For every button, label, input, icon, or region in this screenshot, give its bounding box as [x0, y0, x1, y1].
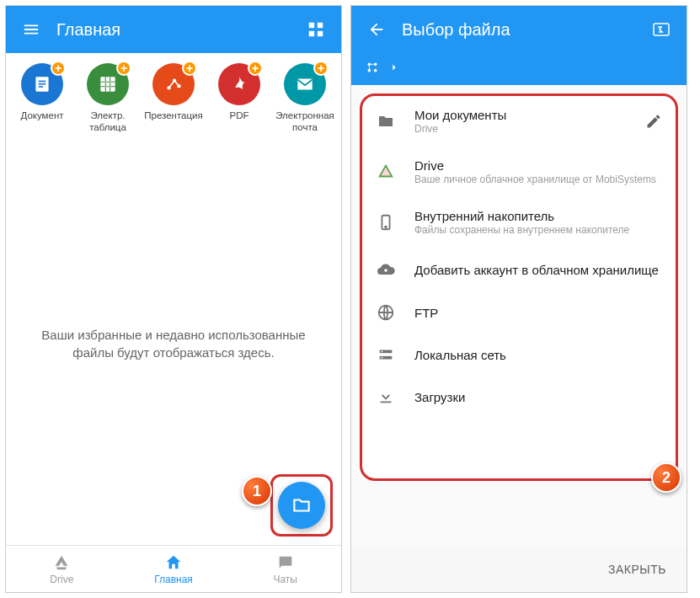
view-toggle-icon[interactable]: [299, 13, 333, 46]
storage-list: Мои документы Drive Drive Ваше личное об…: [360, 93, 678, 481]
svg-point-25: [382, 357, 383, 359]
svg-rect-0: [309, 23, 314, 28]
shortcuts-row: + Документ + Электр. таблица + Презентац…: [6, 53, 341, 142]
edit-icon[interactable]: [645, 113, 662, 130]
plus-badge-icon: +: [248, 61, 263, 76]
app-logo-icon[interactable]: [644, 13, 678, 46]
storage-lan[interactable]: Локальная сеть: [362, 334, 676, 376]
plus-badge-icon: +: [116, 61, 131, 76]
storage-title: Добавить аккаунт в облачном хранилище: [414, 263, 662, 277]
nav-chats[interactable]: Чаты: [229, 546, 341, 592]
storage-my-documents[interactable]: Мои документы Drive: [362, 96, 676, 147]
storage-drive[interactable]: Drive Ваше личное облачное хранилище от …: [362, 147, 676, 197]
plus-badge-icon: +: [182, 61, 197, 76]
appbar-right: Выбор файла: [351, 6, 687, 53]
back-icon[interactable]: [360, 13, 393, 46]
storage-add-cloud[interactable]: Добавить аккаунт в облачном хранилище: [362, 248, 676, 291]
nav-home[interactable]: Главная: [118, 546, 230, 592]
svg-rect-7: [39, 86, 43, 88]
storage-internal[interactable]: Внутренний накопитель Файлы сохранены на…: [362, 197, 676, 248]
storage-title: Drive: [414, 158, 662, 173]
shortcut-label: Документ: [20, 110, 63, 122]
nav-label: Drive: [50, 574, 73, 585]
storage-title: Мои документы: [414, 108, 630, 122]
shortcut-label: Электр. таблица: [76, 110, 140, 134]
nav-drive[interactable]: Drive: [6, 546, 118, 592]
globe-icon: [372, 303, 399, 322]
shortcut-spreadsheet[interactable]: + Электр. таблица: [76, 63, 140, 134]
storage-title: Загрузки: [414, 390, 662, 404]
svg-rect-1: [318, 23, 323, 28]
step-marker-1: 1: [242, 476, 272, 506]
shortcut-label: Презентация: [144, 110, 202, 122]
step-marker-2: 2: [651, 462, 681, 493]
menu-icon[interactable]: [14, 13, 48, 46]
nav-label: Чаты: [273, 574, 297, 585]
download-icon: [372, 387, 399, 406]
shortcut-pdf[interactable]: + PDF: [207, 63, 271, 134]
svg-marker-18: [380, 166, 393, 177]
phone-right: Выбор файла Мои документы Drive: [350, 5, 687, 593]
svg-rect-6: [39, 83, 46, 85]
shortcut-label: Электронная почта: [273, 110, 337, 134]
bottom-nav: Drive Главная Чаты: [6, 545, 341, 592]
svg-rect-3: [318, 31, 323, 36]
folder-icon: [372, 111, 399, 131]
appbar-title: Выбор файла: [393, 20, 644, 40]
dialog-footer: ЗАКРЫТЬ: [351, 547, 687, 592]
svg-rect-5: [39, 81, 46, 83]
storage-sub: Drive: [414, 123, 630, 135]
lan-icon: [372, 345, 399, 364]
close-button[interactable]: ЗАКРЫТЬ: [608, 563, 666, 576]
chevron-right-icon: [388, 61, 400, 73]
drive-icon: [372, 163, 399, 181]
shortcut-presentation[interactable]: + Презентация: [142, 63, 206, 134]
shortcut-label: PDF: [230, 110, 249, 122]
storage-title: Внутренний накопитель: [414, 209, 662, 223]
breadcrumb-root-icon[interactable]: [363, 58, 382, 77]
plus-badge-icon: +: [51, 61, 66, 76]
empty-text: Ваши избранные и недавно использованные …: [36, 326, 311, 361]
phone-left: Главная + Документ + Электр. таблица: [5, 5, 342, 593]
storage-downloads[interactable]: Загрузки: [362, 376, 676, 418]
storage-title: FTP: [414, 306, 662, 320]
svg-point-24: [382, 350, 383, 352]
appbar-left: Главная: [6, 6, 341, 53]
phone-icon: [372, 213, 399, 232]
svg-rect-12: [654, 24, 669, 35]
storage-sub: Файлы сохранены на внутреннем накопителе: [414, 224, 662, 236]
fab-browse[interactable]: [278, 482, 325, 529]
cloud-plus-icon: [372, 259, 399, 280]
svg-point-20: [385, 227, 387, 228]
appbar-title: Главная: [48, 20, 299, 40]
nav-label: Главная: [154, 574, 193, 585]
shortcut-document[interactable]: + Документ: [10, 63, 74, 134]
plus-badge-icon: +: [313, 61, 329, 76]
fab-highlight: [270, 474, 333, 537]
svg-rect-2: [309, 31, 314, 36]
breadcrumb: [351, 53, 687, 85]
storage-ftp[interactable]: FTP: [362, 291, 676, 334]
svg-point-16: [374, 69, 377, 72]
shortcut-email[interactable]: + Электронная почта: [273, 63, 337, 134]
left-main: + Документ + Электр. таблица + Презентац…: [6, 53, 341, 545]
svg-rect-8: [100, 77, 115, 91]
storage-sub: Ваше личное облачное хранилище от MobiSy…: [414, 174, 662, 185]
storage-title: Локальная сеть: [414, 348, 662, 362]
